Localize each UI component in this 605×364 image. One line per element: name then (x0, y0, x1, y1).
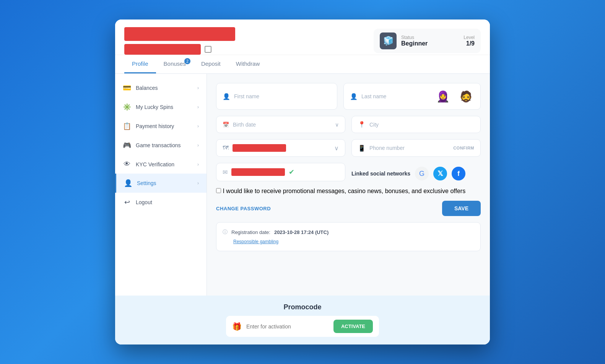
info-icon: ⓘ (223, 229, 228, 236)
city-field: 📍 (351, 116, 481, 133)
sidebar-item-kyc[interactable]: 👁 KYC Verification › (115, 155, 207, 174)
change-password-button[interactable]: CHANGE PASSWORD (216, 206, 271, 211)
city-input[interactable] (369, 122, 474, 128)
modal-body: 💳 Balances › ✳️ My Lucky Spins › 📋 Payme… (115, 74, 490, 296)
copy-icon[interactable] (205, 46, 211, 53)
lucky-spins-icon: ✳️ (123, 103, 131, 111)
sidebar-item-game-transactions[interactable]: 🎮 Game transactions › (115, 136, 207, 155)
first-name-input[interactable] (234, 93, 331, 99)
registration-box: ⓘ Registration date: 2023-10-28 17:24 (U… (216, 222, 481, 251)
email-icon: ✉ (223, 169, 228, 176)
phone-field: 📱 CONFIRM (351, 139, 481, 157)
social-panel: Linked social networks G 𝕏 f (351, 163, 481, 181)
game-transactions-icon: 🎮 (123, 141, 131, 150)
avatar-option-male[interactable]: 🧔 (457, 88, 474, 105)
registration-date-row: ⓘ Registration date: 2023-10-28 17:24 (U… (223, 229, 474, 236)
sidebar-item-logout[interactable]: ↩ Logout (115, 193, 207, 212)
activate-button[interactable]: ACTIVATE (333, 320, 373, 333)
header-left (124, 27, 368, 55)
calendar-icon: 📅 (223, 122, 229, 128)
avatar-option-female[interactable]: 🧕 (434, 88, 451, 105)
country-redacted (233, 144, 286, 152)
tab-withdraw[interactable]: Withdraw (228, 55, 268, 73)
person-icon-2: 👤 (350, 93, 358, 100)
promocode-input-row: 🎁 ACTIVATE (226, 316, 379, 337)
main-content: 👤 👤 🧕 🧔 📅 Birth date ∨ (207, 74, 490, 296)
chevron-right-icon: › (197, 104, 199, 110)
chevron-right-icon: › (197, 143, 199, 148)
logout-icon: ↩ (123, 198, 131, 206)
social-title: Linked social networks (351, 171, 410, 177)
globe-icon: 🗺 (223, 145, 229, 151)
chevron-right-icon: › (197, 162, 199, 167)
bonuses-badge: 2 (184, 58, 190, 64)
tab-bonuses[interactable]: Bonuses 2 (156, 55, 194, 73)
sidebar: 💳 Balances › ✳️ My Lucky Spins › 📋 Payme… (115, 74, 207, 296)
save-button[interactable]: SAVE (442, 201, 481, 216)
confirm-phone-button[interactable]: CONFIRM (453, 146, 474, 150)
tab-deposit[interactable]: Deposit (194, 55, 228, 73)
registration-label: Registration date: (231, 229, 270, 235)
sidebar-item-lucky-spins-label: My Lucky Spins (136, 104, 173, 110)
level-info: Level 1/9 (464, 35, 475, 47)
user-id-redacted (124, 44, 201, 55)
avatar: 🧊 (380, 32, 397, 49)
sidebar-item-game-transactions-label: Game transactions (136, 142, 181, 148)
sidebar-item-logout-label: Logout (136, 199, 152, 205)
form-row-4: ✉ ✔ Linked social networks G 𝕏 f (216, 163, 481, 181)
facebook-social-button[interactable]: f (452, 167, 465, 180)
verified-icon: ✔ (289, 168, 294, 176)
gift-icon: 🎁 (232, 322, 242, 331)
email-redacted (231, 168, 285, 176)
promo-checkbox-row: I would like to receive promotional mess… (216, 187, 481, 195)
person-icon: 👤 (223, 93, 230, 100)
status-panel: 🧊 Status Beginner Level 1/9 (374, 29, 481, 53)
form-row-2: 📅 Birth date ∨ 📍 (216, 116, 481, 133)
chevron-down-icon: ∨ (334, 145, 339, 152)
sidebar-item-kyc-label: KYC Verification (136, 161, 174, 167)
registration-date: 2023-10-28 17:24 (UTC) (274, 229, 329, 235)
modal-header: 🧊 Status Beginner Level 1/9 × (115, 20, 490, 55)
social-networks: Linked social networks G 𝕏 f (351, 167, 481, 180)
tab-profile[interactable]: Profile (124, 55, 156, 73)
sidebar-item-payment-history-label: Payment history (136, 123, 174, 129)
form-row-1: 👤 👤 🧕 🧔 (216, 83, 481, 110)
avatar-selection: 👤 🧕 🧔 (343, 83, 481, 110)
birth-date-label: Birth date (233, 122, 256, 128)
phone-input[interactable] (369, 145, 449, 151)
responsible-gambling-link[interactable]: Responsible gambling (233, 239, 278, 244)
sidebar-item-balances[interactable]: 💳 Balances › (115, 78, 207, 98)
chevron-right-icon: › (197, 123, 199, 129)
status-info: Status Beginner (401, 35, 459, 47)
payment-history-icon: 📋 (123, 122, 131, 130)
promo-checkbox[interactable] (216, 188, 221, 193)
birth-date-field[interactable]: 📅 Birth date ∨ (216, 116, 345, 133)
first-name-field: 👤 (216, 83, 337, 110)
promocode-section: Promocode 🎁 ACTIVATE (115, 296, 490, 344)
email-field: ✉ ✔ (216, 163, 345, 181)
level-value: 1/9 (464, 40, 475, 47)
level-label: Level (464, 35, 475, 40)
balances-icon: 💳 (123, 84, 131, 92)
chevron-down-icon: ∨ (335, 122, 339, 128)
sidebar-item-lucky-spins[interactable]: ✳️ My Lucky Spins › (115, 98, 207, 117)
username-redacted (124, 27, 235, 41)
promo-checkbox-label: I would like to receive promotional mess… (223, 188, 465, 194)
country-field[interactable]: 🗺 ∨ (216, 139, 345, 157)
promocode-title: Promocode (124, 303, 481, 311)
settings-icon: 👤 (124, 179, 132, 187)
promocode-input[interactable] (246, 323, 329, 330)
sidebar-item-settings-label: Settings (137, 180, 156, 186)
twitter-social-button[interactable]: 𝕏 (433, 167, 447, 180)
last-name-input[interactable] (361, 93, 428, 99)
tabs-bar: Profile Bonuses 2 Deposit Withdraw (115, 55, 490, 74)
status-value: Beginner (401, 40, 459, 47)
sidebar-item-payment-history[interactable]: 📋 Payment history › (115, 117, 207, 136)
status-label: Status (401, 35, 459, 40)
action-row: CHANGE PASSWORD SAVE (216, 201, 481, 216)
sidebar-item-balances-label: Balances (136, 85, 158, 91)
chevron-right-icon: › (197, 180, 199, 186)
sidebar-item-settings[interactable]: 👤 Settings › (115, 174, 207, 193)
phone-icon: 📱 (358, 145, 366, 152)
google-social-button[interactable]: G (415, 167, 429, 180)
